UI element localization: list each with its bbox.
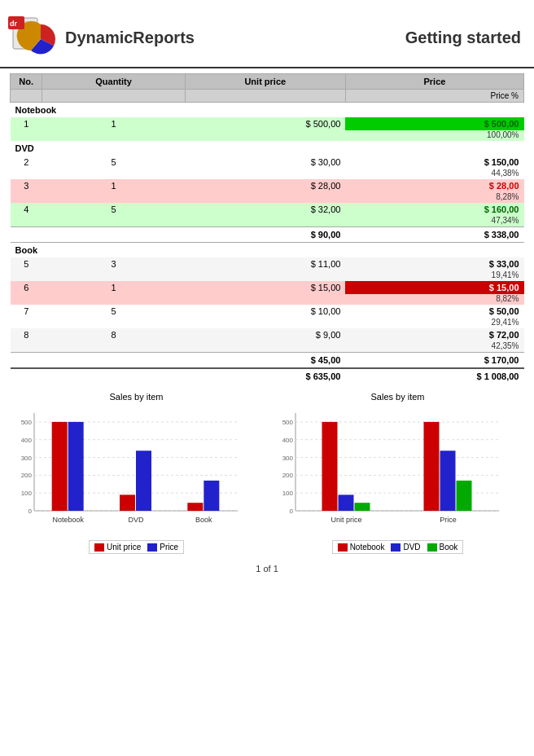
chart1-container: Sales by item 0100200300400500NotebookDV… bbox=[10, 392, 263, 554]
pct-cell: 19,41% bbox=[345, 270, 523, 281]
chart1-legend: Unit price Price bbox=[89, 540, 184, 554]
pct-row: 19,41% bbox=[11, 270, 524, 281]
header-left: dr DynamicReports bbox=[7, 15, 195, 60]
table-subheader-row: Price % bbox=[11, 90, 524, 103]
charts-area: Sales by item 0100200300400500NotebookDV… bbox=[10, 392, 524, 554]
legend-item: Price bbox=[147, 543, 178, 552]
price-cell: $ 150,00 bbox=[345, 156, 523, 169]
svg-rect-20 bbox=[52, 422, 68, 511]
cell-unit: $ 500,00 bbox=[185, 117, 345, 130]
svg-text:DVD: DVD bbox=[128, 516, 144, 524]
subheader-no bbox=[11, 90, 42, 103]
pct-cell: 29,41% bbox=[345, 318, 523, 328]
svg-text:100: 100 bbox=[282, 490, 294, 497]
legend-swatch bbox=[391, 543, 400, 552]
col-qty-header: Quantity bbox=[42, 74, 185, 90]
app-title: DynamicReports bbox=[65, 29, 195, 47]
legend-swatch bbox=[147, 543, 157, 552]
price-cell: $ 33,00 bbox=[345, 257, 523, 270]
logo-icon: dr bbox=[7, 15, 59, 60]
svg-rect-49 bbox=[457, 481, 472, 511]
cell-no: 3 bbox=[11, 179, 42, 192]
subtotal-unit: $ 45,00 bbox=[185, 353, 345, 369]
svg-text:200: 200 bbox=[282, 472, 294, 479]
group-header-notebook: Notebook bbox=[11, 103, 524, 118]
svg-text:0: 0 bbox=[28, 508, 33, 515]
cell-unit: $ 28,00 bbox=[185, 179, 345, 192]
legend-item: DVD bbox=[391, 543, 420, 552]
cell-qty: 8 bbox=[42, 328, 185, 341]
legend-label: Price bbox=[160, 543, 178, 552]
table-row: 8 8 $ 9,00 $ 72,00 bbox=[11, 328, 524, 341]
cell-no: 7 bbox=[11, 305, 42, 318]
legend-swatch bbox=[94, 543, 104, 552]
subtotal-price: $ 170,00 bbox=[345, 353, 523, 369]
svg-rect-26 bbox=[187, 503, 203, 511]
chart1-title: Sales by item bbox=[109, 392, 163, 402]
svg-rect-21 bbox=[68, 422, 84, 511]
total-row: $ 635,00 $ 1 008,00 bbox=[11, 368, 524, 384]
svg-rect-27 bbox=[204, 481, 219, 511]
subtotal-row: $ 90,00 $ 338,00 bbox=[11, 227, 524, 243]
price-cell: $ 28,00 bbox=[345, 179, 523, 192]
legend-swatch bbox=[338, 543, 348, 552]
subheader-qty bbox=[42, 90, 185, 103]
subtotal-unit: $ 90,00 bbox=[185, 227, 345, 243]
table-row: 7 5 $ 10,00 $ 50,00 bbox=[11, 305, 524, 318]
footer: 1 of 1 bbox=[0, 564, 534, 574]
legend-label: Unit price bbox=[107, 543, 141, 552]
table-row: 3 1 $ 28,00 $ 28,00 bbox=[11, 179, 524, 192]
svg-text:300: 300 bbox=[282, 455, 294, 462]
header: dr DynamicReports Getting started bbox=[0, 8, 534, 68]
col-no-header: No. bbox=[11, 74, 42, 90]
table-row: 2 5 $ 30,00 $ 150,00 bbox=[11, 156, 524, 169]
chart1-svg: 0100200300400500NotebookDVDBook bbox=[10, 405, 263, 537]
table-row: 6 1 $ 15,00 $ 15,00 bbox=[11, 281, 524, 294]
table-row: 4 5 $ 32,00 $ 160,00 bbox=[11, 203, 524, 216]
pct-cell: 8,28% bbox=[345, 192, 523, 203]
svg-text:500: 500 bbox=[21, 419, 33, 426]
svg-rect-45 bbox=[355, 503, 370, 511]
group-header-dvd: DVD bbox=[11, 141, 524, 156]
chart2-container: Sales by item 0100200300400500Unit price… bbox=[271, 392, 524, 554]
total-price: $ 1 008,00 bbox=[345, 368, 523, 384]
svg-text:300: 300 bbox=[21, 455, 33, 462]
chart2-svg: 0100200300400500Unit pricePrice bbox=[271, 405, 524, 537]
table-row: 1 1 $ 500,00 $ 500,00 bbox=[11, 117, 524, 130]
svg-text:Unit price: Unit price bbox=[330, 516, 361, 524]
chart2-title: Sales by item bbox=[370, 392, 424, 402]
legend-swatch bbox=[427, 543, 437, 552]
svg-text:100: 100 bbox=[21, 490, 33, 497]
table-row: 5 3 $ 11,00 $ 33,00 bbox=[11, 257, 524, 270]
pct-row: 8,82% bbox=[11, 294, 524, 305]
svg-rect-23 bbox=[120, 494, 135, 511]
svg-rect-43 bbox=[322, 422, 338, 511]
cell-qty: 1 bbox=[42, 281, 185, 294]
cell-unit: $ 32,00 bbox=[185, 203, 345, 216]
pct-row: 29,41% bbox=[11, 318, 524, 328]
col-unit-header: Unit price bbox=[185, 74, 345, 90]
legend-item: Notebook bbox=[338, 543, 385, 552]
svg-rect-48 bbox=[440, 451, 456, 511]
svg-text:Notebook: Notebook bbox=[52, 516, 84, 524]
svg-text:400: 400 bbox=[282, 437, 294, 444]
cell-no: 8 bbox=[11, 328, 42, 341]
svg-rect-47 bbox=[424, 422, 440, 511]
svg-text:dr: dr bbox=[10, 20, 17, 28]
cell-unit: $ 30,00 bbox=[185, 156, 345, 169]
page: dr DynamicReports Getting started No. Qu… bbox=[0, 0, 534, 756]
cell-no: 1 bbox=[11, 117, 42, 130]
cell-qty: 1 bbox=[42, 179, 185, 192]
pct-row: 42,35% bbox=[11, 341, 524, 353]
chart2-legend: Notebook DVD Book bbox=[332, 540, 464, 554]
svg-text:Price: Price bbox=[440, 516, 457, 524]
pct-row: 100,00% bbox=[11, 130, 524, 141]
svg-rect-24 bbox=[136, 451, 151, 511]
cell-qty: 1 bbox=[42, 117, 185, 130]
cell-no: 2 bbox=[11, 156, 42, 169]
subtotal-row: $ 45,00 $ 170,00 bbox=[11, 353, 524, 369]
cell-qty: 5 bbox=[42, 156, 185, 169]
svg-text:500: 500 bbox=[282, 419, 294, 426]
cell-unit: $ 15,00 bbox=[185, 281, 345, 294]
svg-text:200: 200 bbox=[21, 472, 33, 479]
